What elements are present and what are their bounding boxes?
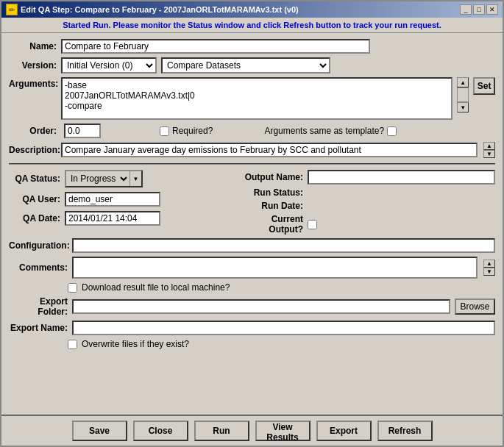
output-name-label: Output Name: — [237, 172, 303, 182]
refresh-button[interactable]: Refresh — [377, 421, 433, 441]
version-row: Version: Initial Version (0) Compare Dat… — [9, 57, 495, 74]
overwrite-row: Overwrite files if they exist? — [9, 339, 495, 349]
window-title: Edit QA Step: Compare to February - 2007… — [21, 5, 299, 14]
minimize-button[interactable]: _ — [460, 4, 472, 15]
qa-date-label: QA Date: — [9, 213, 60, 224]
close-button[interactable]: ✕ — [486, 4, 498, 15]
version-label: Version: — [9, 60, 57, 71]
name-input[interactable] — [61, 39, 370, 54]
scroll-down-btn[interactable]: ▼ — [457, 102, 469, 112]
desc-scroll: ▲ ▼ — [483, 142, 495, 158]
export-name-row: Export Name: — [9, 321, 495, 335]
configuration-label: Configuration: — [9, 240, 68, 251]
title-controls: _ □ ✕ — [460, 4, 498, 15]
export-folder-label: Export Folder: — [9, 296, 68, 317]
title-bar: ✏ Edit QA Step: Compare to February - 20… — [1, 1, 503, 18]
configuration-row: Configuration: — [9, 238, 495, 253]
comments-scroll-up[interactable]: ▲ — [483, 260, 495, 268]
qa-date-row: QA Date: — [9, 211, 230, 226]
close-button-bar[interactable]: Close — [133, 421, 188, 441]
comments-textarea[interactable] — [72, 257, 478, 279]
qa-status-label: QA Status: — [9, 174, 60, 184]
save-button[interactable]: Save — [72, 421, 127, 441]
qa-user-row: QA User: — [9, 192, 230, 207]
scroll-up-btn[interactable]: ▲ — [457, 77, 469, 87]
desc-scroll-down[interactable]: ▼ — [483, 150, 495, 158]
export-name-input[interactable] — [72, 321, 495, 335]
compare-select[interactable]: Compare Datasets — [161, 57, 330, 74]
args-same-checkbox[interactable] — [387, 126, 397, 136]
qa-user-input[interactable] — [65, 192, 160, 207]
output-name-row: Output Name: — [237, 170, 495, 185]
current-output-label: Current Output? — [237, 214, 303, 235]
overwrite-label: Overwrite files if they exist? — [82, 339, 189, 349]
export-folder-row: Export Folder: Browse — [9, 296, 495, 317]
description-label: Description: — [9, 145, 57, 155]
output-name-input[interactable] — [308, 170, 495, 185]
qa-section: QA Status: In Progress ▼ QA User: QA Dat… — [9, 170, 495, 235]
description-input[interactable] — [61, 143, 478, 157]
required-checkbox-container: Required? — [160, 126, 213, 136]
comments-label: Comments: — [9, 262, 68, 273]
qa-user-label: QA User: — [9, 194, 60, 204]
export-name-label: Export Name: — [9, 323, 68, 333]
download-row: Download result file to local machine? — [9, 282, 495, 293]
download-checkbox[interactable] — [68, 283, 77, 293]
order-row: Order: Required? Arguments same as templ… — [9, 124, 495, 138]
view-results-button[interactable]: View Results — [255, 421, 310, 441]
name-label: Name: — [9, 41, 57, 51]
qa-status-dropdown-btn[interactable]: ▼ — [129, 171, 141, 186]
required-checkbox[interactable] — [160, 126, 169, 136]
title-bar-left: ✏ Edit QA Step: Compare to February - 20… — [6, 4, 299, 15]
order-label: Order: — [9, 126, 57, 136]
download-label: Download result file to local machine? — [82, 282, 230, 293]
qa-date-input[interactable] — [65, 211, 160, 226]
set-button[interactable]: Set — [473, 77, 495, 95]
comments-scroll-down[interactable]: ▼ — [483, 268, 495, 276]
window-icon: ✏ — [6, 4, 18, 15]
arguments-scroll: ▲ ▼ — [457, 77, 469, 112]
comments-row: Comments: ▲ ▼ — [9, 257, 495, 279]
order-input[interactable] — [64, 124, 101, 138]
main-window: ✏ Edit QA Step: Compare to February - 20… — [0, 0, 504, 447]
qa-status-select-container[interactable]: In Progress ▼ — [65, 170, 143, 187]
comments-scroll: ▲ ▼ — [483, 260, 495, 276]
name-row: Name: — [9, 39, 495, 54]
version-select[interactable]: Initial Version (0) — [61, 57, 157, 74]
run-button[interactable]: Run — [194, 421, 249, 441]
export-folder-input[interactable] — [72, 299, 450, 314]
configuration-input[interactable] — [72, 238, 495, 253]
current-output-checkbox[interactable] — [308, 220, 317, 229]
run-date-row: Run Date: — [237, 201, 495, 211]
args-same-container: Arguments same as template? — [264, 126, 397, 136]
export-button[interactable]: Export — [316, 421, 372, 441]
required-label: Required? — [172, 126, 213, 136]
status-bar: Started Run. Please monitor the Status w… — [1, 18, 503, 33]
qa-right: Output Name: Run Status: Run Date: Curre… — [230, 170, 495, 235]
qa-status-select[interactable]: In Progress — [66, 171, 129, 186]
browse-button[interactable]: Browse — [455, 298, 495, 315]
run-date-label: Run Date: — [237, 201, 303, 211]
run-status-row: Run Status: — [237, 187, 495, 198]
qa-status-row: QA Status: In Progress ▼ — [9, 170, 230, 187]
args-same-label: Arguments same as template? — [264, 126, 384, 136]
arguments-textarea[interactable]: -base 2007JanORLTotMARAMAv3.txt|0 -compa… — [61, 77, 452, 120]
run-status-label: Run Status: — [237, 187, 303, 198]
maximize-button[interactable]: □ — [473, 4, 485, 15]
button-bar: Save Close Run View Results Export Refre… — [1, 415, 503, 446]
overwrite-checkbox[interactable] — [68, 340, 77, 349]
current-output-row: Current Output? — [237, 214, 495, 235]
arguments-section: Arguments: -base 2007JanORLTotMARAMAv3.t… — [9, 77, 495, 120]
desc-scroll-up[interactable]: ▲ — [483, 142, 495, 150]
divider — [9, 163, 495, 165]
description-row: Description: ▲ ▼ — [9, 142, 495, 158]
form-content: Name: Version: Initial Version (0) Compa… — [1, 33, 503, 415]
arguments-label: Arguments: — [9, 77, 57, 89]
qa-left: QA Status: In Progress ▼ QA User: QA Dat… — [9, 170, 230, 235]
